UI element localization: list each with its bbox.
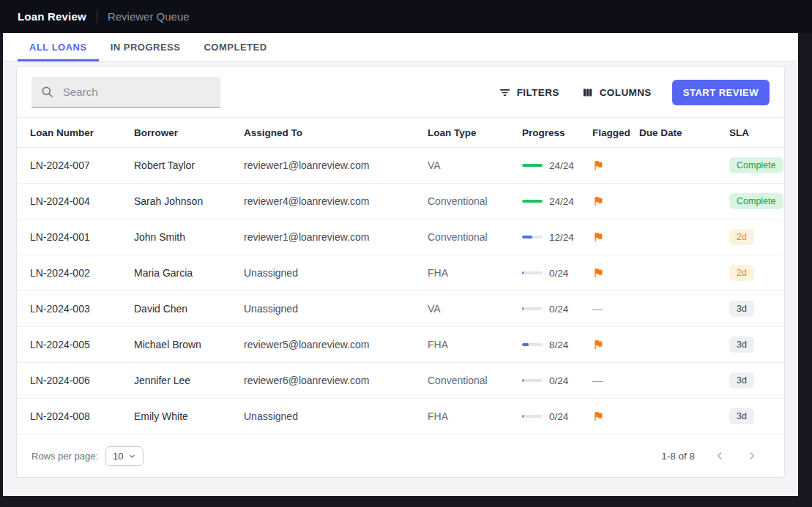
table-row[interactable]: LN-2024-007 Robert Taylor reviewer1@loan… bbox=[17, 148, 784, 184]
not-flagged-dash: — bbox=[592, 303, 603, 315]
loan-type-cell: VA bbox=[428, 291, 522, 327]
loan-number-cell: LN-2024-005 bbox=[17, 327, 134, 363]
sla-badge: 3d bbox=[729, 301, 754, 318]
flagged-cell bbox=[592, 148, 639, 184]
flagged-cell: — bbox=[592, 291, 639, 327]
main-surface: ALL LOANS IN PROGRESS COMPLETED bbox=[3, 33, 798, 496]
search-icon bbox=[40, 85, 54, 99]
progress-label: 0/24 bbox=[549, 411, 568, 422]
sla-cell: 2d bbox=[729, 219, 784, 255]
sla-badge: Complete bbox=[729, 193, 783, 210]
pagination-controls: 1-8 of 8 bbox=[661, 450, 770, 462]
loan-type-cell: FHA bbox=[428, 327, 522, 363]
progress-label: 24/24 bbox=[549, 160, 574, 171]
progress-bar bbox=[522, 415, 543, 418]
progress-label: 8/24 bbox=[549, 339, 568, 350]
progress-bar bbox=[522, 200, 543, 203]
loan-type-cell: FHA bbox=[428, 255, 522, 291]
progress-label: 12/24 bbox=[549, 232, 574, 243]
loan-number-cell: LN-2024-004 bbox=[17, 184, 134, 219]
progress-label: 24/24 bbox=[549, 196, 574, 207]
borrower-cell: Emily White bbox=[134, 399, 244, 435]
flagged-cell bbox=[592, 219, 639, 255]
search-field[interactable] bbox=[31, 77, 220, 108]
column-header-due-date[interactable]: Due Date bbox=[639, 118, 729, 148]
sla-badge: 3d bbox=[729, 337, 754, 353]
column-header-flagged[interactable]: Flagged bbox=[592, 118, 639, 148]
rows-per-page-label: Rows per page: bbox=[31, 451, 98, 462]
due-date-cell bbox=[639, 219, 729, 255]
progress-cell: 0/24 bbox=[522, 255, 592, 291]
progress-cell: 24/24 bbox=[522, 184, 592, 219]
search-input[interactable] bbox=[62, 85, 212, 99]
tab-all-loans[interactable]: ALL LOANS bbox=[18, 33, 99, 61]
flag-icon bbox=[592, 410, 632, 422]
column-header-assigned-to[interactable]: Assigned To bbox=[244, 118, 428, 148]
assigned-to-cell: reviewer1@loanreview.com bbox=[244, 219, 428, 255]
table-row[interactable]: LN-2024-006 Jennifer Lee reviewer6@loanr… bbox=[17, 363, 784, 399]
chevron-down-icon bbox=[128, 452, 136, 460]
table-body: LN-2024-007 Robert Taylor reviewer1@loan… bbox=[17, 148, 784, 435]
due-date-cell bbox=[639, 399, 729, 435]
tab-in-progress[interactable]: IN PROGRESS bbox=[99, 33, 193, 61]
table-row[interactable]: LN-2024-004 Sarah Johnson reviewer4@loan… bbox=[17, 184, 784, 219]
not-flagged-dash: — bbox=[592, 375, 603, 386]
rows-per-page-value: 10 bbox=[113, 451, 123, 462]
sla-cell: 3d bbox=[729, 327, 784, 363]
due-date-cell bbox=[639, 255, 729, 291]
column-header-progress[interactable]: Progress bbox=[522, 118, 592, 148]
app-subtitle: Reviewer Queue bbox=[108, 10, 190, 23]
toolbar: FILTERS COLUMNS START REVIEW bbox=[17, 67, 784, 117]
due-date-cell bbox=[639, 363, 729, 399]
progress-bar bbox=[522, 379, 543, 382]
flagged-cell bbox=[592, 184, 639, 219]
due-date-cell bbox=[639, 184, 729, 219]
loan-type-cell: Conventional bbox=[428, 184, 522, 219]
sla-badge: 3d bbox=[729, 408, 754, 425]
loan-type-cell: VA bbox=[428, 148, 522, 184]
table-row[interactable]: LN-2024-001 John Smith reviewer1@loanrev… bbox=[17, 219, 784, 255]
borrower-cell: David Chen bbox=[134, 291, 244, 327]
progress-cell: 8/24 bbox=[522, 327, 592, 363]
app-header: Loan Review Reviewer Queue bbox=[0, 0, 812, 33]
rows-per-page-select[interactable]: 10 bbox=[105, 446, 143, 466]
chevron-left-icon bbox=[714, 450, 726, 462]
chevron-right-icon bbox=[746, 450, 758, 462]
previous-page-button[interactable] bbox=[714, 450, 726, 462]
tabs-bar: ALL LOANS IN PROGRESS COMPLETED bbox=[3, 33, 798, 61]
rows-per-page: Rows per page: 10 bbox=[31, 446, 144, 466]
borrower-cell: Michael Brown bbox=[134, 327, 244, 363]
columns-button[interactable]: COLUMNS bbox=[580, 82, 653, 103]
progress-bar bbox=[522, 164, 543, 167]
app-title: Loan Review bbox=[18, 10, 86, 23]
table-row[interactable]: LN-2024-002 Maria Garcia Unassigned FHA … bbox=[17, 255, 784, 291]
loan-type-cell: FHA bbox=[428, 399, 522, 435]
table-row[interactable]: LN-2024-005 Michael Brown reviewer5@loan… bbox=[17, 327, 784, 363]
title-divider bbox=[97, 10, 97, 23]
filters-label: FILTERS bbox=[517, 87, 559, 98]
sla-cell: 3d bbox=[729, 363, 784, 399]
column-header-loan-type[interactable]: Loan Type bbox=[428, 118, 522, 148]
assigned-to-cell: reviewer4@loanreview.com bbox=[244, 184, 428, 219]
tab-completed[interactable]: COMPLETED bbox=[192, 33, 278, 61]
assigned-to-cell: reviewer5@loanreview.com bbox=[244, 327, 428, 363]
content-area: FILTERS COLUMNS START REVIEW bbox=[3, 61, 798, 478]
table-row[interactable]: LN-2024-008 Emily White Unassigned FHA 0… bbox=[17, 399, 784, 435]
column-header-loan-number[interactable]: Loan Number bbox=[17, 118, 134, 148]
start-review-button[interactable]: START REVIEW bbox=[672, 80, 770, 105]
loan-type-cell: Conventional bbox=[428, 363, 522, 399]
filters-button[interactable]: FILTERS bbox=[497, 82, 561, 103]
progress-cell: 0/24 bbox=[522, 291, 592, 327]
sla-badge: 2d bbox=[729, 265, 754, 282]
column-header-sla[interactable]: SLA bbox=[729, 118, 784, 148]
next-page-button[interactable] bbox=[746, 450, 758, 462]
loan-number-cell: LN-2024-001 bbox=[17, 219, 134, 255]
borrower-cell: Jennifer Lee bbox=[134, 363, 244, 399]
borrower-cell: Maria Garcia bbox=[134, 255, 244, 291]
table-row[interactable]: LN-2024-003 David Chen Unassigned VA 0/2… bbox=[17, 291, 784, 327]
due-date-cell bbox=[639, 327, 729, 363]
columns-icon bbox=[581, 86, 594, 99]
column-header-borrower[interactable]: Borrower bbox=[134, 118, 244, 148]
due-date-cell bbox=[639, 291, 729, 327]
assigned-to-cell: reviewer6@loanreview.com bbox=[244, 363, 428, 399]
